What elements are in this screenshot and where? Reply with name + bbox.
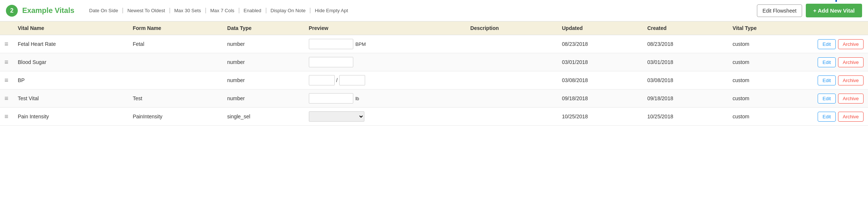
col-drag [0,21,13,35]
preview-cell [304,53,466,71]
edit-button[interactable]: Edit [818,112,835,122]
drag-handle[interactable]: ≡ [0,108,13,126]
col-vital-name: Vital Name [13,21,128,35]
table-row: ≡BPnumber/03/08/201803/08/2018customEdit… [0,71,868,89]
form-name: Fetal [128,35,223,53]
row-actions: EditArchive [809,89,868,108]
drag-handle[interactable]: ≡ [0,53,13,71]
filter-item-4: Enabled [239,8,266,13]
table-row: ≡Fetal Heart RateFetalnumberBPM08/23/201… [0,35,868,53]
updated-date: 03/01/2018 [557,53,642,71]
edit-button[interactable]: Edit [818,39,835,49]
add-vital-button[interactable]: + Add New Vital [806,4,862,17]
vital-type: custom [728,35,809,53]
preview-unit-label: lb [355,96,359,101]
archive-button[interactable]: Archive [838,75,864,85]
preview-cell: BPM [304,35,466,53]
data-type: single_sel [223,108,304,126]
vital-type: custom [728,53,809,71]
preview-cell: lb [304,89,466,108]
created-date: 10/25/2018 [643,108,728,126]
preview-cell: / [304,71,466,89]
header: 2 Example Vitals Date On SideNewest To O… [0,0,868,21]
header-actions: Edit Flowsheet + Add New Vital [757,4,862,17]
table-body: ≡Fetal Heart RateFetalnumberBPM08/23/201… [0,35,868,126]
col-description: Description [466,21,557,35]
row-actions: EditArchive [809,53,868,71]
col-vital-type: Vital Type [728,21,809,35]
preview-unit-label: BPM [355,41,366,47]
archive-button[interactable]: Archive [838,112,864,122]
form-name: PainIntensity [128,108,223,126]
preview-cell [304,108,466,126]
col-preview: Preview [304,21,466,35]
preview-input-diastolic[interactable] [339,75,365,85]
updated-date: 03/08/2018 [557,71,642,89]
edit-flowsheet-button[interactable]: Edit Flowsheet [757,4,802,17]
edit-button[interactable]: Edit [818,75,835,85]
form-name [128,53,223,71]
col-actions [809,21,868,35]
filter-item-2: Max 30 Sets [170,8,206,13]
vital-name: Pain Intensity [13,108,128,126]
created-date: 09/18/2018 [643,89,728,108]
row-actions: EditArchive [809,71,868,89]
table-row: ≡Blood Sugarnumber03/01/201803/01/2018cu… [0,53,868,71]
table-header: Vital Name Form Name Data Type Preview D… [0,21,868,35]
drag-handle[interactable]: ≡ [0,35,13,53]
updated-date: 09/18/2018 [557,89,642,108]
app-title: Example Vitals [22,6,74,15]
col-data-type: Data Type [223,21,304,35]
badge: 2 [6,5,18,17]
vital-type: custom [728,108,809,126]
data-type: number [223,89,304,108]
archive-button[interactable]: Archive [838,57,864,67]
archive-button[interactable]: Archive [838,94,864,104]
preview-input-systolic[interactable] [309,75,335,85]
row-actions: EditArchive [809,35,868,53]
col-form-name: Form Name [128,21,223,35]
drag-handle[interactable]: ≡ [0,71,13,89]
preview-input[interactable] [309,57,353,67]
vital-name: Test Vital [13,89,128,108]
edit-button[interactable]: Edit [818,94,835,104]
row-actions: EditArchive [809,108,868,126]
filter-item-6: Hide Empty Apt [310,8,353,13]
preview-input[interactable] [309,39,353,49]
vital-type: custom [728,89,809,108]
created-date: 03/08/2018 [643,71,728,89]
preview-input[interactable] [309,93,353,104]
filters-bar: Date On SideNewest To OldestMax 30 SetsM… [85,8,752,13]
filter-item-1: Newest To Oldest [123,8,170,13]
archive-button[interactable]: Archive [838,39,864,49]
form-name: Test [128,89,223,108]
bp-separator: / [336,77,338,83]
data-type: number [223,71,304,89]
filter-item-0: Date On Side [85,8,123,13]
filter-item-3: Max 7 Cols [206,8,239,13]
vital-name: Fetal Heart Rate [13,35,128,53]
form-name [128,71,223,89]
description [466,108,557,126]
updated-date: 08/23/2018 [557,35,642,53]
description [466,53,557,71]
vital-name: Blood Sugar [13,53,128,71]
vital-type: custom [728,71,809,89]
vital-name: BP [13,71,128,89]
description [466,89,557,108]
description [466,71,557,89]
updated-date: 10/25/2018 [557,108,642,126]
data-type: number [223,53,304,71]
created-date: 08/23/2018 [643,35,728,53]
description [466,35,557,53]
created-date: 03/01/2018 [643,53,728,71]
col-created: Created [643,21,728,35]
edit-button[interactable]: Edit [818,57,835,67]
drag-handle[interactable]: ≡ [0,89,13,108]
filter-item-5: Display On Note [266,8,311,13]
col-updated: Updated [557,21,642,35]
preview-select[interactable] [309,111,364,122]
vitals-table: Vital Name Form Name Data Type Preview D… [0,21,868,126]
table-row: ≡Pain IntensityPainIntensitysingle_sel10… [0,108,868,126]
data-type: number [223,35,304,53]
